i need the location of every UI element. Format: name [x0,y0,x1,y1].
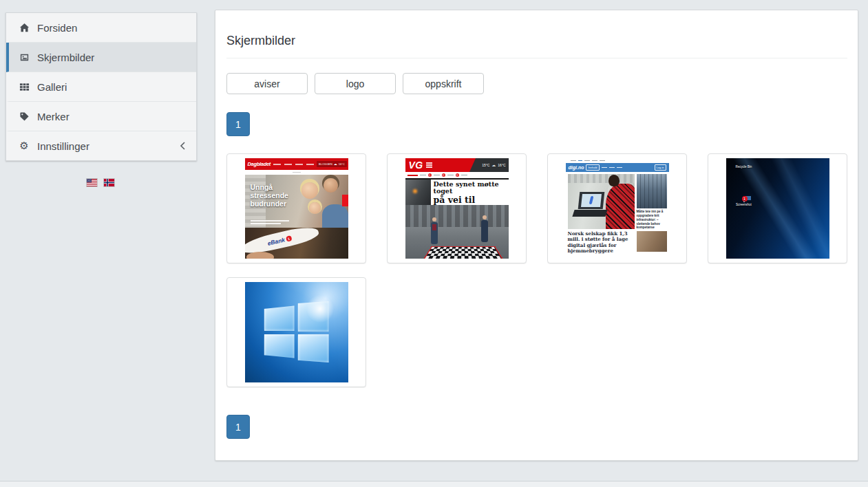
dagbladet-temperature: 16°C [339,162,345,166]
screenshot-file-icon: 1 Screenshot [730,198,758,206]
windows-desktop-screenshot: Recycle Bin 1 Screenshot [726,158,829,259]
sidebar-item-label: Merker [37,111,70,122]
notification-badge: 1 [742,196,748,202]
digi-side-photo-2 [637,231,667,252]
tag-icon [19,111,30,122]
title-divider [226,58,847,58]
grid-icon [19,81,30,92]
digi-side-photo [637,174,667,208]
vg-headline: Dette synet møtte toget på vei til Berge… [434,180,509,205]
page: Forsiden Skjermbilder Galleri Merker ⚙ I… [0,0,868,487]
digi-screenshot: digi.no Innhold Log in [566,158,669,259]
language-switcher [6,179,195,186]
sidebar-item-merker[interactable]: Merker [6,102,196,131]
sidebar-item-innstillinger[interactable]: ⚙ Innstillinger [6,131,196,160]
vg-main-photo [405,205,509,259]
us-flag[interactable] [87,179,97,186]
windows-logo-wallpaper [245,282,348,382]
digi-logo: digi.no [569,165,584,170]
digi-headline: Norsk selskap fikk 1,3 mill. i støtte fo… [568,231,635,255]
sidebar-item-galleri[interactable]: Galleri [6,72,196,102]
digi-side-headline: Måtte leie inn pe å oppgradere krit infr… [637,210,667,230]
digi-main-photo [568,174,635,229]
sidebar-item-skjermbilder[interactable]: Skjermbilder [6,43,196,72]
dagbladet-screenshot: Dagbladet BLOGGEN ☁ 16°C Unngå stressen [245,158,348,259]
vg-header: VG 15°C ☁ 16°C [405,158,509,172]
dagbladet-ad-gap [245,170,348,175]
dagbladet-bloggen-badge: BLOGGEN ☁ 16°C [317,161,347,167]
screenshot-thumbnail-windows-logo[interactable] [226,277,366,387]
vg-logo: VG [409,160,423,171]
vg-menu-strip: 1 2 3 [405,172,509,180]
tag-button-oppskrift[interactable]: oppskrift [403,73,484,94]
screenshot-thumbnail-windows-desktop[interactable]: Recycle Bin 1 Screenshot [708,153,847,263]
digi-content: Norsk selskap fikk 1,3 mill. i støtte fo… [566,172,669,255]
pagination-page-1-top[interactable]: 1 [226,112,250,136]
vg-menu-badge: 3 [456,173,459,177]
vg-crossword-mat [422,246,505,259]
tag-button-aviser[interactable]: aviser [226,73,308,94]
sparebank-1-badge: 1 [285,235,292,242]
cloud-icon: ☁ [491,163,496,167]
vg-screenshot: VG 15°C ☁ 16°C 1 2 3 [405,158,509,259]
dagbladet-subtext [251,220,289,224]
chevron-left-icon [180,142,186,150]
digi-menu-button: Innhold [586,164,599,171]
sidebar: Forsiden Skjermbilder Galleri Merker ⚙ I… [6,12,197,161]
screenshot-thumbnail-digi[interactable]: digi.no Innhold Log in [547,153,687,263]
dagbladet-header: Dagbladet BLOGGEN ☁ 16°C [245,158,348,170]
vg-menu-badge: 2 [442,173,445,177]
screenshot-thumbnail-vg[interactable]: VG 15°C ☁ 16°C 1 2 3 [387,153,527,263]
sidebar-item-forsiden[interactable]: Forsiden [6,13,196,43]
vg-menu-badge: 1 [428,173,432,177]
home-icon [19,22,30,33]
screenshot-file-label: Screenshot [736,203,752,206]
dagbladet-second-image: eBank 1 [245,228,348,259]
vg-story-thumb [405,180,431,205]
cloud-icon: ☁ [334,162,337,166]
pagination-page-1-bottom[interactable]: 1 [226,415,250,439]
digi-topnav [566,158,669,163]
recycle-bin-label: Recycle Bin [736,165,752,169]
dagbladet-nav [273,164,314,165]
screenshot-thumbnail-dagbladet[interactable]: Dagbladet BLOGGEN ☁ 16°C Unngå stressen [226,153,366,263]
vg-date-block [426,162,432,168]
sidebar-item-label: Innstillinger [37,140,89,152]
tag-filter-row: aviser logo oppskrift [226,73,484,94]
sidebar-item-label: Galleri [37,81,67,93]
vg-top-story: Dette synet møtte toget på vei til Berge… [405,180,509,205]
digi-side-column: Måtte leie inn pe å oppgradere krit infr… [637,174,667,255]
gear-icon: ⚙ [19,140,30,151]
norway-flag[interactable] [104,179,114,186]
digi-login-button: Log in [655,164,666,171]
page-footer-strip [0,481,868,487]
dagbladet-red-tab [342,195,348,206]
dagbladet-logo: Dagbladet [248,161,271,167]
content-panel: Skjermbilder aviser logo oppskrift 1 Dag… [215,10,858,461]
sidebar-item-label: Forsiden [37,22,77,34]
windows-logo [264,301,329,363]
image-icon [19,52,30,63]
recycle-bin-icon: Recycle Bin [730,164,758,169]
dagbladet-hero-image: Unngå stressende budrunder [245,175,348,228]
tag-button-logo[interactable]: logo [315,73,396,94]
digi-header: digi.no Innhold Log in [566,163,669,172]
sidebar-item-label: Skjermbilder [37,52,94,63]
dagbladet-headline: Unngå stressende budrunder [251,184,301,208]
page-title: Skjermbilder [226,34,295,48]
